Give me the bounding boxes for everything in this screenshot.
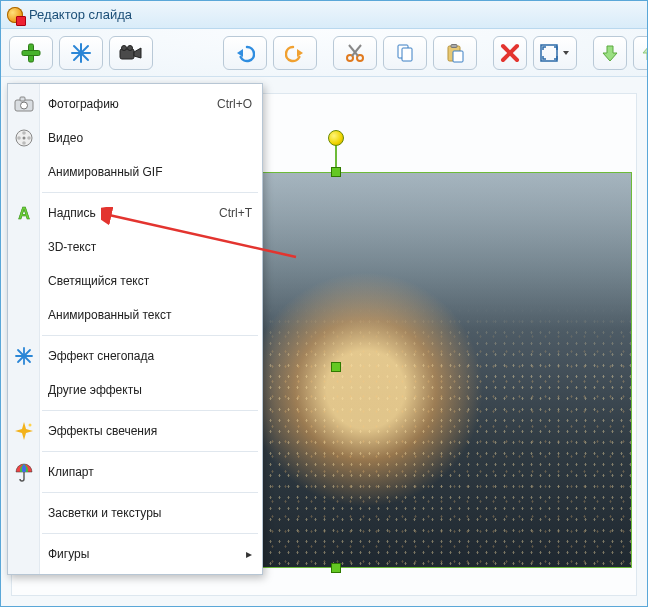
menu-item-label: Видео	[48, 131, 252, 145]
menu-item-1[interactable]: Видео	[8, 121, 262, 155]
handle-center[interactable]	[331, 362, 341, 372]
menu-item-label: Фотографию	[48, 97, 217, 111]
redo-button[interactable]	[273, 36, 317, 70]
menu-item-0[interactable]: ФотографиюCtrl+O	[8, 87, 262, 121]
menu-item-label: Надпись	[48, 206, 219, 220]
svg-marker-11	[297, 49, 303, 57]
menu-item-shortcut: Ctrl+T	[219, 206, 252, 220]
delete-x-icon	[500, 43, 520, 63]
svg-point-32	[27, 136, 31, 140]
window-title: Редактор слайда	[29, 7, 132, 22]
menu-item-7[interactable]: Анимированный текст	[8, 298, 262, 332]
menu-item-label: Клипарт	[48, 465, 252, 479]
svg-marker-26	[643, 45, 648, 60]
arrow-down-icon	[600, 43, 620, 63]
delete-button[interactable]	[493, 36, 527, 70]
titlebar: Редактор слайда	[1, 1, 647, 29]
menu-separator	[42, 533, 258, 534]
copy-button[interactable]	[383, 36, 427, 70]
rotation-handle[interactable]	[328, 130, 344, 146]
menu-separator	[42, 410, 258, 411]
toolbar	[1, 29, 647, 77]
camera-button[interactable]	[109, 36, 153, 70]
snow-icon	[13, 345, 35, 367]
blank-icon	[13, 379, 35, 401]
scissors-icon	[345, 43, 365, 63]
paste-icon	[445, 43, 465, 63]
menu-item-2[interactable]: Анимированный GIF	[8, 155, 262, 189]
film-icon	[13, 127, 35, 149]
menu-item-16[interactable]: Засветки и текстуры	[8, 496, 262, 530]
slide-editor-window: Редактор слайда	[0, 0, 648, 607]
paste-button[interactable]	[433, 36, 477, 70]
menu-item-label: 3D-текст	[48, 240, 252, 254]
menu-item-4[interactable]: AНадписьCtrl+T	[8, 196, 262, 230]
svg-point-42	[29, 424, 32, 427]
blank-icon	[13, 502, 35, 524]
chevron-down-icon	[562, 44, 570, 62]
svg-rect-17	[402, 48, 412, 61]
snowflake-icon	[70, 42, 92, 64]
menu-item-10[interactable]: Другие эффекты	[8, 373, 262, 407]
svg-rect-1	[22, 50, 40, 55]
undo-button[interactable]	[223, 36, 267, 70]
svg-point-34	[17, 136, 21, 140]
cut-button[interactable]	[333, 36, 377, 70]
effects-button[interactable]	[59, 36, 103, 70]
svg-rect-28	[20, 97, 25, 101]
blank-icon	[13, 161, 35, 183]
arrow-up-icon	[640, 43, 648, 63]
camcorder-icon	[119, 44, 143, 62]
handle-bottom[interactable]	[331, 563, 341, 573]
submenu-arrow-icon: ▸	[246, 547, 252, 561]
redo-icon	[285, 43, 305, 63]
svg-marker-24	[563, 51, 569, 55]
menu-item-14[interactable]: Клипарт	[8, 455, 262, 489]
svg-point-9	[128, 45, 133, 50]
layer-down-button[interactable]	[593, 36, 627, 70]
add-menu: ФотографиюCtrl+OВидеоАнимированный GIFAН…	[7, 83, 263, 575]
menu-item-9[interactable]: Эффект снегопада	[8, 339, 262, 373]
umbrella-icon	[13, 461, 35, 483]
menu-item-label: Другие эффекты	[48, 383, 252, 397]
blank-icon	[13, 543, 35, 565]
app-icon	[7, 7, 23, 23]
fit-icon	[540, 44, 562, 62]
menu-item-label: Светящийся текст	[48, 274, 252, 288]
blank-icon	[13, 270, 35, 292]
menu-separator	[42, 451, 258, 452]
svg-rect-6	[120, 49, 134, 59]
blank-icon	[13, 236, 35, 258]
menu-item-label: Засветки и текстуры	[48, 506, 252, 520]
svg-rect-20	[453, 51, 463, 62]
svg-marker-10	[237, 49, 243, 57]
menu-item-5[interactable]: 3D-текст	[8, 230, 262, 264]
camera-icon	[13, 93, 35, 115]
svg-point-35	[23, 137, 26, 140]
svg-point-29	[21, 102, 28, 109]
svg-point-8	[122, 45, 127, 50]
fitscreen-button[interactable]	[533, 36, 577, 70]
add-button[interactable]	[9, 36, 53, 70]
menu-item-6[interactable]: Светящийся текст	[8, 264, 262, 298]
menu-item-shortcut: Ctrl+O	[217, 97, 252, 111]
undo-icon	[235, 43, 255, 63]
svg-marker-7	[134, 48, 141, 58]
text-a-icon: A	[13, 202, 35, 224]
menu-separator	[42, 192, 258, 193]
menu-item-label: Анимированный GIF	[48, 165, 252, 179]
menu-item-18[interactable]: Фигуры▸	[8, 537, 262, 571]
blank-icon	[13, 304, 35, 326]
svg-point-31	[22, 131, 26, 135]
sparkle-icon	[13, 420, 35, 442]
svg-marker-25	[603, 46, 617, 61]
handle-top[interactable]	[331, 167, 341, 177]
menu-item-label: Фигуры	[48, 547, 246, 561]
svg-text:A: A	[18, 205, 30, 222]
plus-icon	[20, 42, 42, 64]
layer-up-button[interactable]	[633, 36, 648, 70]
menu-separator	[42, 492, 258, 493]
svg-point-33	[22, 141, 26, 145]
menu-item-12[interactable]: Эффекты свечения	[8, 414, 262, 448]
menu-item-label: Эффекты свечения	[48, 424, 252, 438]
